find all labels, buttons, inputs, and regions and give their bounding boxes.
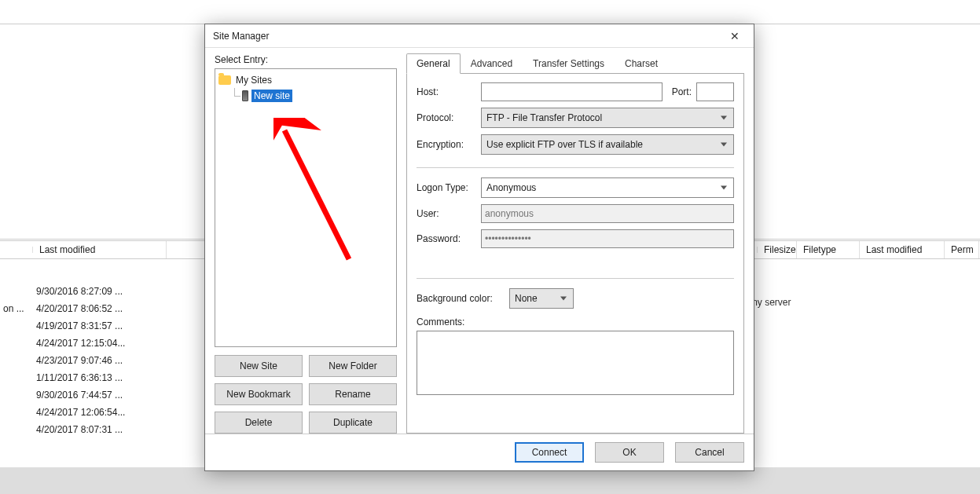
encryption-select[interactable]: Use explicit FTP over TLS if available [481,134,734,155]
dialog-footer: Connect OK Cancel [205,434,754,470]
delete-button[interactable]: Delete [215,412,303,434]
new-site-button[interactable]: New Site [215,355,303,377]
header-last-modified[interactable]: Last modified [33,241,167,258]
tree-root-label: My Sites [236,75,272,86]
tab-transfer-settings[interactable]: Transfer Settings [523,53,615,73]
new-folder-button[interactable]: New Folder [309,355,397,377]
protocol-label: Protocol: [417,112,481,123]
close-icon: ✕ [730,30,740,42]
duplicate-button[interactable]: Duplicate [309,412,397,434]
logon-type-value: Anonymous [486,182,536,193]
comments-textarea[interactable] [417,331,734,395]
folder-icon [218,75,231,85]
user-input [481,204,734,223]
titlebar[interactable]: Site Manager ✕ [205,24,754,48]
header-name-trunc[interactable] [0,247,33,253]
header-last-modified-remote[interactable]: Last modified [860,241,945,258]
tree-root[interactable]: My Sites [218,72,393,88]
encryption-label: Encryption: [417,139,481,150]
user-label: User: [417,208,481,219]
logon-type-select[interactable]: Anonymous [481,177,734,198]
bg-color-select[interactable]: None [509,288,574,309]
encryption-value: Use explicit FTP over TLS if available [486,139,643,150]
host-input[interactable] [481,82,663,101]
background-bottom [0,467,980,494]
tab-general[interactable]: General [406,53,461,74]
cancel-button[interactable]: Cancel [675,442,744,463]
comments-label: Comments: [417,317,734,328]
close-button[interactable]: ✕ [719,27,751,46]
header-filetype[interactable]: Filetype [797,241,860,258]
tree-branch-icon [229,88,240,104]
password-input [481,229,734,248]
connect-button[interactable]: Connect [515,442,584,463]
server-icon [242,90,248,101]
dialog-title: Site Manager [213,31,719,42]
host-label: Host: [417,86,481,97]
ok-button[interactable]: OK [595,442,664,463]
bg-color-label: Background color: [417,293,509,304]
separator [417,278,734,279]
tab-charset[interactable]: Charset [615,53,668,73]
protocol-value: FTP - File Transfer Protocol [486,112,602,123]
new-bookmark-button[interactable]: New Bookmark [215,383,303,405]
site-tree[interactable]: My Sites New site [215,68,397,347]
bg-color-value: None [515,293,538,304]
header-permissions[interactable]: Perm [945,241,979,258]
rename-button[interactable]: Rename [309,383,397,405]
header-filesize[interactable]: Filesize [758,241,797,258]
logon-type-label: Logon Type: [417,182,481,193]
tab-advanced[interactable]: Advanced [461,53,523,73]
port-label: Port: [672,86,692,97]
select-entry-label: Select Entry: [215,54,397,65]
protocol-select[interactable]: FTP - File Transfer Protocol [481,108,734,128]
tab-panel-general: Host: Port: Protocol: FTP - File Transfe… [406,73,744,434]
tab-bar: General Advanced Transfer Settings Chars… [406,53,744,74]
separator [417,167,734,168]
port-input[interactable] [696,82,734,101]
tree-item-new-site[interactable]: New site [229,88,393,104]
site-manager-dialog: Site Manager ✕ Select Entry: My Sites Ne… [204,24,754,471]
tree-item-label: New site [251,90,292,102]
password-label: Password: [417,233,481,244]
